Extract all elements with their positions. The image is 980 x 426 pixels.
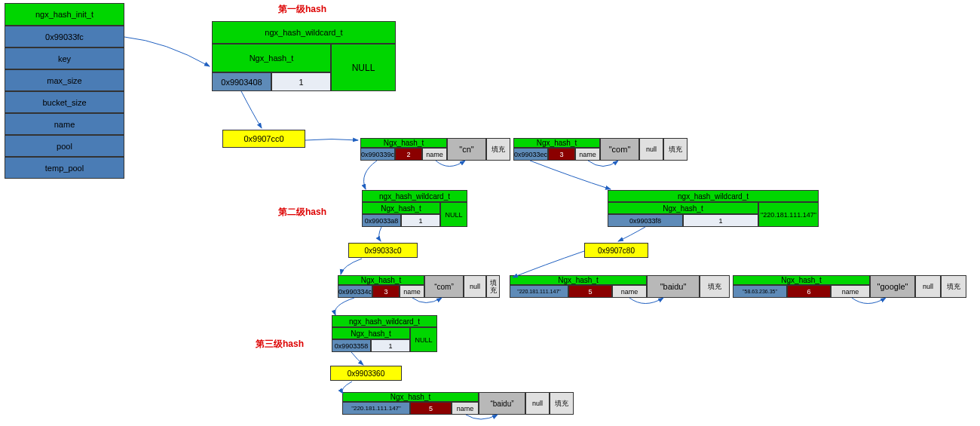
entry-com2-hash: Ngx_hash_t bbox=[338, 275, 424, 285]
entry-com2-len: 3 bbox=[372, 285, 400, 298]
wc2b-hash: Ngx_hash_t bbox=[608, 202, 758, 214]
wc2b-title: ngx_hash_wildcard_t bbox=[608, 190, 819, 202]
entry-google-hash: Ngx_hash_t bbox=[733, 275, 870, 285]
init-row-3: bucket_size bbox=[5, 91, 124, 113]
wc2a-title: ngx_hash_wildcard_t bbox=[362, 190, 467, 202]
entry-com-null: null bbox=[639, 138, 663, 161]
wc2b-size: 1 bbox=[683, 214, 758, 227]
arrows-layer bbox=[0, 0, 980, 426]
entry-baidu-namekey: name bbox=[612, 285, 647, 298]
entry-cn-name: "cn" bbox=[447, 138, 486, 161]
entry-baidu3-name: “baidu” bbox=[479, 392, 525, 415]
wc2a-null: NULL bbox=[440, 202, 467, 227]
wc1-size: 1 bbox=[271, 72, 331, 91]
wc3-null: NULL bbox=[410, 327, 437, 352]
bucket1: 0x9907cc0 bbox=[222, 130, 305, 148]
bucket2b: 0x9907c80 bbox=[584, 243, 648, 258]
entry-baidu-fill: 填充 bbox=[700, 275, 730, 298]
wc3-size: 1 bbox=[371, 339, 410, 352]
entry-baidu-hash: Ngx_hash_t bbox=[510, 275, 647, 285]
entry-com-len: 3 bbox=[548, 148, 575, 161]
entry-google-len: 6 bbox=[787, 285, 831, 298]
init-row-0: 0x99033fc bbox=[5, 26, 124, 48]
entry-com2-name: “com” bbox=[424, 275, 464, 298]
entry-com2-namekey: name bbox=[400, 285, 424, 298]
entry-google-ip: "58.63.236.35" bbox=[733, 285, 787, 298]
entry-com2-null: null bbox=[464, 275, 486, 298]
entry-com-namekey: name bbox=[575, 148, 600, 161]
entry-baidu3-len: 5 bbox=[410, 402, 452, 415]
wc2b-addr: 0x99033f8 bbox=[608, 214, 683, 227]
entry-baidu3-ip: "220.181.111.147" bbox=[342, 402, 410, 415]
entry-com2-addr: 0x990334c bbox=[338, 285, 372, 298]
init-row-6: temp_pool bbox=[5, 157, 124, 179]
entry-cn-len: 2 bbox=[395, 148, 422, 161]
level2-label: 第二级hash bbox=[278, 206, 326, 219]
entry-com-fill: 填充 bbox=[663, 138, 688, 161]
wc3-title: ngx_hash_wildcard_t bbox=[332, 315, 437, 327]
wc2a-size: 1 bbox=[401, 214, 440, 227]
entry-cn-hash: Ngx_hash_t bbox=[360, 138, 447, 148]
entry-baidu3-namekey: name bbox=[452, 402, 479, 415]
entry-baidu3-null: null bbox=[525, 392, 550, 415]
wc2b-ip: "220.181.111.147" bbox=[758, 202, 819, 227]
wc2a-addr: 0x99033a8 bbox=[362, 214, 401, 227]
level3-label: 第三级hash bbox=[256, 338, 304, 351]
entry-baidu3-hash: Ngx_hash_t bbox=[342, 392, 479, 402]
wc2a-hash: Ngx_hash_t bbox=[362, 202, 440, 214]
init-row-5: pool bbox=[5, 135, 124, 157]
init-row-1: key bbox=[5, 48, 124, 69]
init-row-2: max_size bbox=[5, 69, 124, 91]
wc1-null: NULL bbox=[331, 44, 396, 91]
level1-label: 第一级hash bbox=[278, 3, 326, 16]
entry-cn-namekey: name bbox=[422, 148, 447, 161]
bucket2a: 0x99033c0 bbox=[348, 243, 418, 258]
entry-baidu-name: "baidu" bbox=[647, 275, 700, 298]
entry-baidu3-fill: 填充 bbox=[550, 392, 574, 415]
bucket3: 0x9903360 bbox=[330, 366, 402, 381]
entry-google-name: "google" bbox=[870, 275, 915, 298]
wc3-hash: Ngx_hash_t bbox=[332, 327, 410, 339]
entry-com-hash: Ngx_hash_t bbox=[513, 138, 600, 148]
entry-google-namekey: name bbox=[831, 285, 870, 298]
init-row-4: name bbox=[5, 113, 124, 135]
entry-google-fill: 填充 bbox=[941, 275, 966, 298]
entry-com-addr: 0x99033ec bbox=[513, 148, 548, 161]
wc1-title: ngx_hash_wildcard_t bbox=[212, 21, 396, 44]
entry-com2-fill: 填充 bbox=[486, 275, 500, 298]
entry-cn-fill: 填充 bbox=[486, 138, 510, 161]
entry-google-null: null bbox=[915, 275, 941, 298]
wc1-addr: 0x9903408 bbox=[212, 72, 271, 91]
entry-baidu-len: 5 bbox=[568, 285, 612, 298]
entry-com-name: "com" bbox=[600, 138, 639, 161]
wc3-addr: 0x9903358 bbox=[332, 339, 371, 352]
init-header: ngx_hash_init_t bbox=[5, 3, 124, 26]
wc1-hash-label: Ngx_hash_t bbox=[212, 44, 331, 72]
entry-cn-addr: 0x990339c bbox=[360, 148, 395, 161]
entry-baidu-ip: "220.181.111.147" bbox=[510, 285, 568, 298]
